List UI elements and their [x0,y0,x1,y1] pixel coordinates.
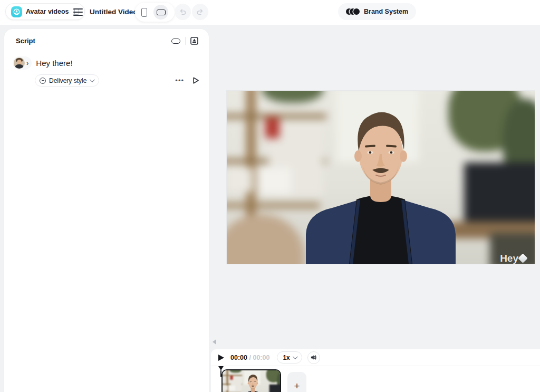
video-scene [227,91,535,264]
avatar-videos-label: Avatar videos [26,8,69,15]
playhead-marker[interactable] [218,366,224,377]
redo-button[interactable] [192,4,208,20]
brand-system-label: Brand System [364,8,408,15]
orientation-toggle [135,3,175,22]
scene-avatar-chip[interactable]: › [13,56,32,70]
delivery-style-label: Delivery style [49,77,86,84]
time-separator: / [249,354,250,361]
more-options-icon[interactable]: ••• [175,77,184,84]
redo-icon [196,8,204,16]
undo-button[interactable] [175,4,191,20]
landscape-orientation-icon [157,9,166,15]
presenter-avatar [223,370,281,392]
undo-icon [179,8,187,16]
avatar-frame-icon[interactable] [190,37,198,45]
caption-pill-icon[interactable] [171,39,180,44]
playback-speed-value: 1x [283,354,290,361]
document-title[interactable]: Untitled Video [90,8,138,16]
collapse-bottom-panel-icon[interactable] [213,339,216,345]
playback-speed-dropdown[interactable]: 1x [277,351,302,364]
heygen-logo-icon [518,253,527,263]
volume-button[interactable] [307,351,320,364]
portrait-orientation-icon[interactable] [141,8,147,17]
menu-icon[interactable] [73,8,83,16]
chevron-right-icon: › [26,60,28,66]
video-scene [223,370,281,392]
video-preview[interactable]: Hey Gen [227,91,535,264]
add-scene-button[interactable]: + [287,372,306,392]
script-text[interactable]: Hey there! [36,59,72,68]
volume-icon [310,354,317,361]
delivery-style-icon [40,78,46,84]
delivery-style-button[interactable]: Delivery style [35,74,99,87]
script-panel: Script › Hey there! Delivery style ••• [4,29,209,392]
heygen-watermark: Hey Gen [500,254,526,264]
total-time: 00:00 [253,354,269,361]
landscape-orientation-button[interactable] [153,5,168,20]
play-button[interactable] [218,355,224,361]
presenter-avatar [227,91,535,264]
chevron-down-icon [293,354,298,359]
watermark-text-gen: Gen [500,263,519,264]
timeline: + [211,366,540,391]
brand-system-icon [346,8,360,15]
time-display: 00:00 / 00:00 [230,354,269,361]
scene-1-timeline-thumbnail[interactable] [221,369,281,392]
avatar-videos-button[interactable]: Avatar videos [5,3,85,20]
scene-avatar-thumbnail [14,58,25,69]
play-scene-icon[interactable] [192,77,199,84]
script-panel-title: Script [16,37,35,45]
header-divider [185,37,186,45]
brand-system-button[interactable]: Brand System [338,3,416,20]
current-time: 00:00 [230,354,247,361]
chevron-down-icon [90,77,95,82]
avatar-app-icon [11,6,22,17]
player-bar: 00:00 / 00:00 1x [211,349,540,392]
top-toolbar: Avatar videos Untitled Video Brand Syste… [0,0,540,25]
